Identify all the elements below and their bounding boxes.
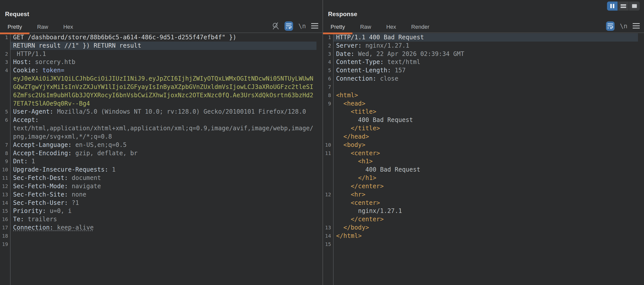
code-row[interactable]: 13 </body> <box>323 224 644 232</box>
code-row[interactable]: 8Accept-Encoding: gzip, deflate, br <box>0 149 323 157</box>
code-row[interactable]: 14</html> <box>323 232 644 240</box>
code-text: </h1> <box>336 174 644 182</box>
code-text: eyJ0eXAiOiJKV1QiLCJhbGciOiJIUzI1NiJ9.eyJ… <box>13 75 323 83</box>
request-editor[interactable]: 1GET /dashboard/store/88b6b6c5-a614-486c… <box>0 33 323 285</box>
line-number: 8 <box>0 149 8 157</box>
code-text: Accept: <box>13 116 323 124</box>
request-rows: 1GET /dashboard/store/88b6b6c5-a614-486c… <box>0 33 323 248</box>
code-row[interactable]: 2 HTTP/1.1 <box>0 50 323 58</box>
code-row[interactable]: <title> <box>323 108 644 116</box>
response-toolbar: \n <box>606 20 640 32</box>
code-row[interactable]: 11Sec-Fetch-Dest: document <box>0 174 323 182</box>
tab-pretty[interactable]: Pretty <box>0 22 29 33</box>
line-number: 14 <box>323 232 331 240</box>
line-number: 2 <box>323 42 331 50</box>
code-row[interactable]: 15 <box>323 240 644 248</box>
code-row[interactable]: eyJ0eXAiOiJKV1QiLCJhbGciOiJIUzI1NiJ9.eyJ… <box>0 75 323 83</box>
code-row[interactable]: 15Priority: u=0, i <box>0 207 323 215</box>
code-row[interactable]: 9Dnt: 1 <box>0 157 323 166</box>
code-row[interactable]: 400 Bad Request <box>323 116 644 124</box>
code-row[interactable]: </center> <box>323 215 644 224</box>
code-text: Accept-Encoding: gzip, deflate, br <box>13 149 323 157</box>
code-row[interactable]: 3Date: Wed, 22 Apr 2026 02:39:34 GMT <box>323 50 644 58</box>
tab-hex[interactable]: Hex <box>56 22 80 33</box>
code-row[interactable]: <h1> <box>323 157 644 166</box>
code-row[interactable]: 8<html> <box>323 91 644 100</box>
code-row[interactable]: 6ZmFsc2UsIm9ubHlGb3JQYXRocyI6bnVsbCwiZXh… <box>0 91 323 100</box>
line-number <box>323 157 331 166</box>
response-rows: 1HTTP/1.1 400 Bad Request2Server: nginx/… <box>323 33 644 248</box>
line-number: 13 <box>323 224 331 232</box>
code-row[interactable]: png,image/svg+xml,*/*;q=0.8 <box>0 133 323 141</box>
square-icon <box>632 4 637 8</box>
code-text: Connection: keep-alive <box>13 224 323 232</box>
code-row[interactable]: </center> <box>323 182 644 191</box>
code-row[interactable]: 5User-Agent: Mozilla/5.0 (Windows NT 10.… <box>0 108 323 116</box>
layout-side-by-side-button[interactable] <box>607 2 618 11</box>
code-row[interactable]: 12 <hr> <box>323 191 644 199</box>
code-row[interactable]: 4Cookie: token= <box>0 66 323 75</box>
code-row[interactable]: 4Content-Type: text/html <box>323 58 644 66</box>
code-row[interactable]: </head> <box>323 133 644 141</box>
code-row[interactable]: </title> <box>323 124 644 133</box>
code-row[interactable]: 19 <box>0 240 323 248</box>
code-text: </head> <box>336 133 644 141</box>
code-row[interactable]: 1HTTP/1.1 400 Bad Request <box>323 33 644 42</box>
tab-hex[interactable]: Hex <box>379 22 404 33</box>
code-row[interactable]: RETURN result //1" }) RETURN result <box>0 42 323 50</box>
code-row[interactable]: 9 <head> <box>323 100 644 108</box>
code-row[interactable]: 400 Bad Request <box>323 166 644 174</box>
line-number <box>0 75 8 83</box>
tab-raw[interactable]: Raw <box>29 22 56 33</box>
code-row[interactable]: 10 <body> <box>323 141 644 149</box>
layout-single-button[interactable] <box>629 2 640 11</box>
newline-toggle[interactable]: \n <box>620 22 627 30</box>
code-row[interactable]: 5Content-Length: 157 <box>323 66 644 75</box>
search-disabled-icon[interactable] <box>272 22 279 30</box>
word-wrap-toggle[interactable] <box>285 21 293 31</box>
menu-icon[interactable] <box>633 23 640 29</box>
code-row[interactable]: 3Host: sorcery.htb <box>0 58 323 66</box>
code-row[interactable]: 1GET /dashboard/store/88b6b6c5-a614-486c… <box>0 33 323 42</box>
line-number: 2 <box>0 50 8 58</box>
code-text: Content-Length: 157 <box>336 66 644 75</box>
code-row[interactable]: 7 <box>323 83 644 91</box>
code-row[interactable]: 12Sec-Fetch-Mode: navigate <box>0 182 323 191</box>
code-row[interactable]: 13Sec-Fetch-Site: none <box>0 191 323 199</box>
code-text: <hr> <box>336 191 644 199</box>
code-text: HTTP/1.1 <box>13 50 323 58</box>
tab-pretty[interactable]: Pretty <box>323 22 352 33</box>
code-text: Upgrade-Insecure-Requests: 1 <box>13 166 323 174</box>
code-row[interactable]: text/html,application/xhtml+xml,applicat… <box>0 124 323 133</box>
tab-raw[interactable]: Raw <box>352 22 379 33</box>
code-row[interactable]: </h1> <box>323 174 644 182</box>
line-number <box>0 83 8 91</box>
code-row[interactable]: 6Connection: close <box>323 75 644 83</box>
word-wrap-toggle[interactable] <box>606 21 615 31</box>
code-row[interactable]: 18 <box>0 232 323 240</box>
line-number <box>323 207 331 215</box>
code-row[interactable]: 2Server: nginx/1.27.1 <box>323 42 644 50</box>
code-row[interactable]: <center> <box>323 199 644 207</box>
code-row[interactable]: nginx/1.27.1 <box>323 207 644 215</box>
newline-toggle[interactable]: \n <box>298 22 306 30</box>
code-row[interactable]: 14Sec-Fetch-User: ?1 <box>0 199 323 207</box>
code-text: Host: sorcery.htb <box>13 58 323 66</box>
line-number: 1 <box>323 33 331 42</box>
code-row[interactable]: 6Accept: <box>0 116 323 124</box>
code-row[interactable]: 11 <center> <box>323 149 644 157</box>
layout-stacked-button[interactable] <box>618 2 629 11</box>
code-row[interactable]: 7ETA7tSlAOe9q0Rv--Bg4 <box>0 100 323 108</box>
code-row[interactable]: GQwZTgwYjYxMiIsInVzZXJuYW1lIjoiZGFyayIsI… <box>0 83 323 91</box>
response-panel: Response PrettyRawHexRender \n <box>323 0 644 285</box>
line-number: 6 <box>0 116 8 124</box>
menu-icon[interactable] <box>311 23 318 29</box>
code-text: <body> <box>336 141 644 149</box>
code-text: Accept-Language: en-US,en;q=0.5 <box>13 141 323 149</box>
code-row[interactable]: 7Accept-Language: en-US,en;q=0.5 <box>0 141 323 149</box>
code-row[interactable]: 10Upgrade-Insecure-Requests: 1 <box>0 166 323 174</box>
code-row[interactable]: 17Connection: keep-alive <box>0 224 323 232</box>
tab-render[interactable]: Render <box>404 22 437 33</box>
code-row[interactable]: 16Te: trailers <box>0 215 323 224</box>
response-editor[interactable]: 1HTTP/1.1 400 Bad Request2Server: nginx/… <box>323 33 644 285</box>
